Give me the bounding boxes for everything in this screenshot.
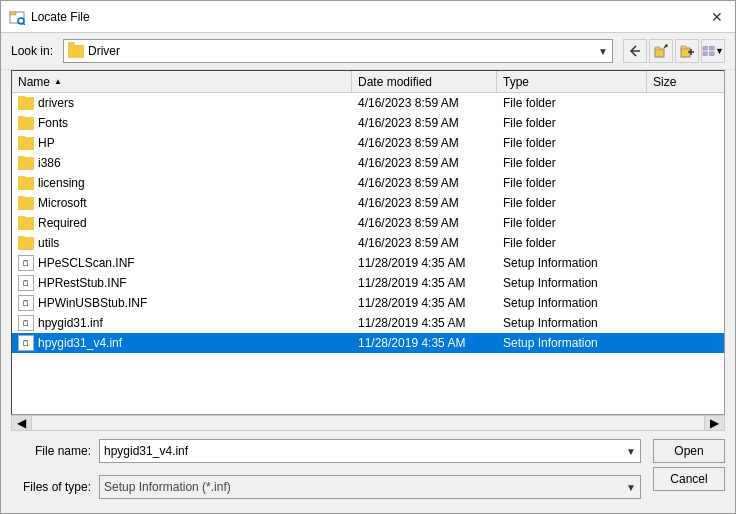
file-type-cell: Setup Information bbox=[497, 276, 647, 290]
scroll-left-button[interactable]: ◀ bbox=[12, 416, 32, 430]
inf-icon: 🗒 bbox=[18, 275, 34, 291]
column-header-name[interactable]: Name ▲ bbox=[12, 71, 352, 92]
inf-icon: 🗒 bbox=[18, 255, 34, 271]
file-name: HPRestStub.INF bbox=[38, 276, 127, 290]
file-type-cell: File folder bbox=[497, 96, 647, 110]
table-row[interactable]: 🗒HPeSCLScan.INF11/28/2019 4:35 AMSetup I… bbox=[12, 253, 724, 273]
file-list-header: Name ▲ Date modified Type Size bbox=[12, 71, 724, 93]
svg-rect-12 bbox=[709, 46, 714, 50]
filetype-dropdown-arrow[interactable]: ▼ bbox=[626, 482, 636, 493]
filename-input[interactable] bbox=[104, 444, 626, 458]
file-name-cell: drivers bbox=[12, 96, 352, 110]
table-row[interactable]: drivers4/16/2023 8:59 AMFile folder bbox=[12, 93, 724, 113]
look-in-label: Look in: bbox=[11, 44, 53, 58]
file-date-cell: 4/16/2023 8:59 AM bbox=[352, 236, 497, 250]
file-type-cell: File folder bbox=[497, 196, 647, 210]
svg-rect-11 bbox=[703, 46, 708, 50]
file-type-cell: File folder bbox=[497, 136, 647, 150]
close-button[interactable]: ✕ bbox=[707, 7, 727, 27]
svg-line-3 bbox=[23, 23, 25, 25]
file-name-cell: 🗒hpygid31_v4.inf bbox=[12, 335, 352, 351]
open-button[interactable]: Open bbox=[653, 439, 725, 463]
file-name-label: File name: bbox=[11, 444, 91, 458]
file-date-cell: 11/28/2019 4:35 AM bbox=[352, 296, 497, 310]
locate-file-dialog: Locate File ✕ Look in: Driver ▼ bbox=[0, 0, 736, 514]
column-header-type[interactable]: Type bbox=[497, 71, 647, 92]
filename-dropdown-arrow[interactable]: ▼ bbox=[626, 446, 636, 457]
table-row[interactable]: 🗒hpygid31.inf11/28/2019 4:35 AMSetup Inf… bbox=[12, 313, 724, 333]
inf-icon: 🗒 bbox=[18, 335, 34, 351]
table-row[interactable]: 🗒HPRestStub.INF11/28/2019 4:35 AMSetup I… bbox=[12, 273, 724, 293]
column-header-date[interactable]: Date modified bbox=[352, 71, 497, 92]
file-type-cell: File folder bbox=[497, 156, 647, 170]
folder-icon bbox=[18, 157, 34, 170]
up-folder-button[interactable] bbox=[649, 39, 673, 63]
file-type-cell: Setup Information bbox=[497, 256, 647, 270]
file-date-cell: 11/28/2019 4:35 AM bbox=[352, 256, 497, 270]
table-row[interactable]: utils4/16/2023 8:59 AMFile folder bbox=[12, 233, 724, 253]
file-date-cell: 11/28/2019 4:35 AM bbox=[352, 336, 497, 350]
current-folder-text: Driver bbox=[88, 44, 594, 58]
svg-rect-14 bbox=[709, 52, 714, 56]
folder-icon bbox=[18, 237, 34, 250]
inf-icon: 🗒 bbox=[18, 295, 34, 311]
current-folder-icon bbox=[68, 45, 84, 58]
title-bar: Locate File ✕ bbox=[1, 1, 735, 33]
file-name-cell: Fonts bbox=[12, 116, 352, 130]
folder-icon bbox=[18, 197, 34, 210]
file-name-cell: licensing bbox=[12, 176, 352, 190]
file-type-cell: File folder bbox=[497, 176, 647, 190]
svg-rect-13 bbox=[703, 52, 708, 56]
files-of-type-label: Files of type: bbox=[11, 480, 91, 494]
look-in-combo[interactable]: Driver ▼ bbox=[63, 39, 613, 63]
file-list-body: drivers4/16/2023 8:59 AMFile folderFonts… bbox=[12, 93, 724, 414]
svg-rect-6 bbox=[655, 47, 660, 50]
file-date-cell: 4/16/2023 8:59 AM bbox=[352, 156, 497, 170]
file-name: HPWinUSBStub.INF bbox=[38, 296, 147, 310]
scroll-right-button[interactable]: ▶ bbox=[704, 416, 724, 430]
file-date-cell: 4/16/2023 8:59 AM bbox=[352, 96, 497, 110]
file-name-cell: 🗒HPWinUSBStub.INF bbox=[12, 295, 352, 311]
file-date-cell: 11/28/2019 4:35 AM bbox=[352, 276, 497, 290]
file-type-cell: File folder bbox=[497, 236, 647, 250]
table-row[interactable]: 🗒HPWinUSBStub.INF11/28/2019 4:35 AMSetup… bbox=[12, 293, 724, 313]
action-buttons: Open Cancel bbox=[653, 439, 725, 491]
file-name: Microsoft bbox=[38, 196, 87, 210]
look-in-dropdown-arrow: ▼ bbox=[598, 46, 608, 57]
file-list-container: Name ▲ Date modified Type Size drivers4/… bbox=[11, 70, 725, 415]
folder-icon bbox=[18, 177, 34, 190]
file-date-cell: 4/16/2023 8:59 AM bbox=[352, 176, 497, 190]
table-row[interactable]: 🗒hpygid31_v4.inf11/28/2019 4:35 AMSetup … bbox=[12, 333, 724, 353]
column-header-size[interactable]: Size bbox=[647, 71, 697, 92]
table-row[interactable]: Required4/16/2023 8:59 AMFile folder bbox=[12, 213, 724, 233]
view-button[interactable]: ▼ bbox=[701, 39, 725, 63]
table-row[interactable]: i3864/16/2023 8:59 AMFile folder bbox=[12, 153, 724, 173]
back-button[interactable] bbox=[623, 39, 647, 63]
file-name: Required bbox=[38, 216, 87, 230]
file-date-cell: 4/16/2023 8:59 AM bbox=[352, 216, 497, 230]
file-name-cell: Microsoft bbox=[12, 196, 352, 210]
file-date-cell: 11/28/2019 4:35 AM bbox=[352, 316, 497, 330]
horizontal-scrollbar[interactable]: ◀ ▶ bbox=[11, 415, 725, 431]
file-name: licensing bbox=[38, 176, 85, 190]
file-name: Fonts bbox=[38, 116, 68, 130]
table-row[interactable]: Microsoft4/16/2023 8:59 AMFile folder bbox=[12, 193, 724, 213]
table-row[interactable]: HP4/16/2023 8:59 AMFile folder bbox=[12, 133, 724, 153]
filename-combo[interactable]: ▼ bbox=[99, 439, 641, 463]
filetype-text: Setup Information (*.inf) bbox=[104, 480, 626, 494]
cancel-button[interactable]: Cancel bbox=[653, 467, 725, 491]
filetype-row: Files of type: Setup Information (*.inf)… bbox=[11, 475, 641, 499]
file-name-cell: i386 bbox=[12, 156, 352, 170]
filetype-combo[interactable]: Setup Information (*.inf) ▼ bbox=[99, 475, 641, 499]
table-row[interactable]: Fonts4/16/2023 8:59 AMFile folder bbox=[12, 113, 724, 133]
inf-icon: 🗒 bbox=[18, 315, 34, 331]
dialog-title: Locate File bbox=[31, 10, 90, 24]
svg-rect-1 bbox=[10, 12, 16, 15]
file-name-cell: utils bbox=[12, 236, 352, 250]
file-name: hpygid31_v4.inf bbox=[38, 336, 122, 350]
new-folder-button[interactable] bbox=[675, 39, 699, 63]
table-row[interactable]: licensing4/16/2023 8:59 AMFile folder bbox=[12, 173, 724, 193]
file-name-cell: 🗒HPRestStub.INF bbox=[12, 275, 352, 291]
bottom-bar: File name: ▼ Files of type: Setup Inform… bbox=[1, 431, 735, 513]
file-name: i386 bbox=[38, 156, 61, 170]
